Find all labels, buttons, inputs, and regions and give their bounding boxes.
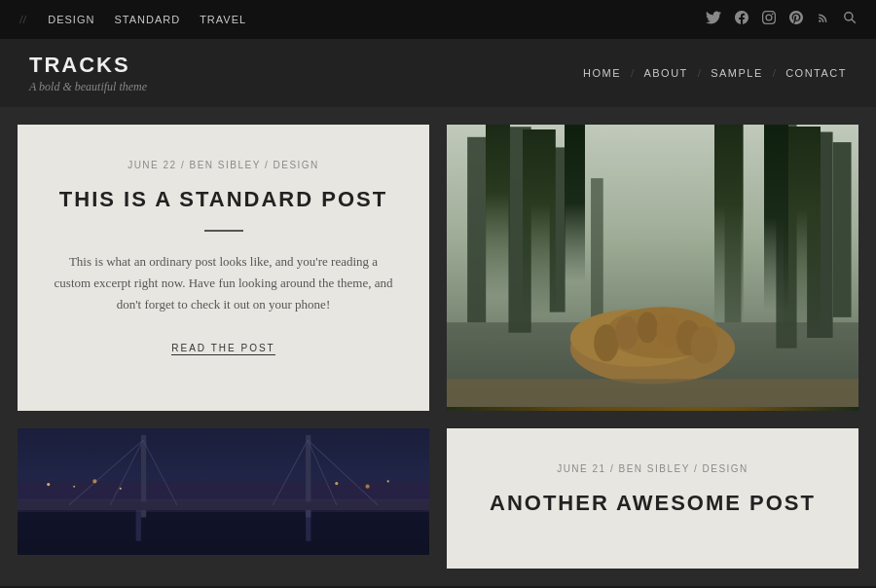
search-icon[interactable] xyxy=(843,11,857,28)
bridge-image-card xyxy=(18,428,429,569)
svg-rect-6 xyxy=(550,147,566,312)
svg-rect-35 xyxy=(18,498,429,501)
svg-rect-7 xyxy=(776,125,796,349)
svg-rect-22 xyxy=(447,125,858,407)
svg-point-39 xyxy=(120,488,122,490)
svg-point-18 xyxy=(657,314,679,348)
svg-point-0 xyxy=(845,13,853,20)
awesome-post-card: JUNE 21 / BEN SIBLEY / DESIGN ANOTHER AW… xyxy=(447,428,858,569)
nav-sep-1: / xyxy=(631,66,634,81)
svg-point-19 xyxy=(676,320,701,355)
main-content: JUNE 22 / BEN SIBLEY / DESIGN THIS IS A … xyxy=(0,107,876,586)
svg-rect-5 xyxy=(508,127,530,332)
site-title[interactable]: TRACKS xyxy=(29,53,147,78)
svg-point-12 xyxy=(570,312,735,385)
svg-rect-4 xyxy=(467,137,486,322)
svg-line-1 xyxy=(852,19,856,23)
separator-icon: // xyxy=(19,12,26,27)
post-title-divider xyxy=(204,230,243,232)
svg-point-37 xyxy=(73,486,75,488)
site-tagline: A bold & beautiful theme xyxy=(29,80,147,94)
read-more-button-standard[interactable]: READ THE POST xyxy=(171,343,274,355)
topnav-design[interactable]: DESIGN xyxy=(40,14,102,25)
svg-point-17 xyxy=(638,312,658,344)
nav-sample[interactable]: SAMPLE xyxy=(711,67,763,79)
post-text-content: JUNE 22 / BEN SIBLEY / DESIGN THIS IS A … xyxy=(18,125,429,411)
site-header: TRACKS A bold & beautiful theme HOME / A… xyxy=(0,39,876,107)
forest-image xyxy=(447,125,858,411)
svg-rect-10 xyxy=(591,178,603,322)
nav-contact[interactable]: CONTACT xyxy=(785,67,847,79)
svg-point-38 xyxy=(92,479,96,483)
top-navigation-bar: // DESIGN STANDARD TRAVEL xyxy=(0,0,876,39)
forest-image-card xyxy=(447,125,858,411)
svg-rect-21 xyxy=(447,379,858,407)
instagram-icon[interactable] xyxy=(762,11,776,28)
svg-rect-3 xyxy=(447,322,858,407)
facebook-icon[interactable] xyxy=(735,11,748,28)
svg-point-14 xyxy=(606,307,719,358)
svg-point-42 xyxy=(387,480,389,482)
svg-rect-24 xyxy=(18,507,429,555)
svg-point-15 xyxy=(594,324,618,361)
topnav-standard[interactable]: STANDARD xyxy=(106,14,188,25)
rss-icon[interactable] xyxy=(817,12,829,28)
post-title-awesome: ANOTHER AWESOME POST xyxy=(490,490,816,518)
top-nav-left: // DESIGN STANDARD TRAVEL xyxy=(19,12,254,27)
svg-rect-28 xyxy=(18,502,429,510)
header-navigation: HOME / ABOUT / SAMPLE / CONTACT xyxy=(583,66,847,81)
svg-rect-43 xyxy=(136,510,141,541)
svg-rect-44 xyxy=(306,510,310,541)
nav-sep-3: / xyxy=(773,66,776,81)
svg-point-36 xyxy=(47,483,50,486)
svg-point-41 xyxy=(365,485,369,489)
svg-point-40 xyxy=(335,482,338,485)
standard-post-card: JUNE 22 / BEN SIBLEY / DESIGN THIS IS A … xyxy=(18,125,429,411)
social-icons-group xyxy=(706,11,857,28)
svg-rect-8 xyxy=(807,132,832,339)
svg-point-16 xyxy=(615,316,638,349)
svg-rect-11 xyxy=(725,158,742,322)
site-brand: TRACKS A bold & beautiful theme xyxy=(29,53,147,94)
nav-about[interactable]: ABOUT xyxy=(643,67,687,79)
post-excerpt-standard: This is what an ordinary post looks like… xyxy=(53,251,394,315)
twitter-icon[interactable] xyxy=(706,11,721,28)
nav-sep-2: / xyxy=(698,66,701,81)
nav-home[interactable]: HOME xyxy=(583,67,621,79)
svg-point-13 xyxy=(570,309,704,366)
post-meta-standard: JUNE 22 / BEN SIBLEY / DESIGN xyxy=(128,160,319,170)
post-meta-awesome: JUNE 21 / BEN SIBLEY / DESIGN xyxy=(557,463,748,474)
svg-rect-9 xyxy=(833,142,852,317)
topnav-travel[interactable]: TRAVEL xyxy=(192,14,254,25)
pinterest-icon[interactable] xyxy=(789,11,803,28)
svg-rect-2 xyxy=(447,125,858,407)
svg-point-20 xyxy=(691,326,717,363)
post-title-standard: THIS IS A STANDARD POST xyxy=(59,186,387,214)
